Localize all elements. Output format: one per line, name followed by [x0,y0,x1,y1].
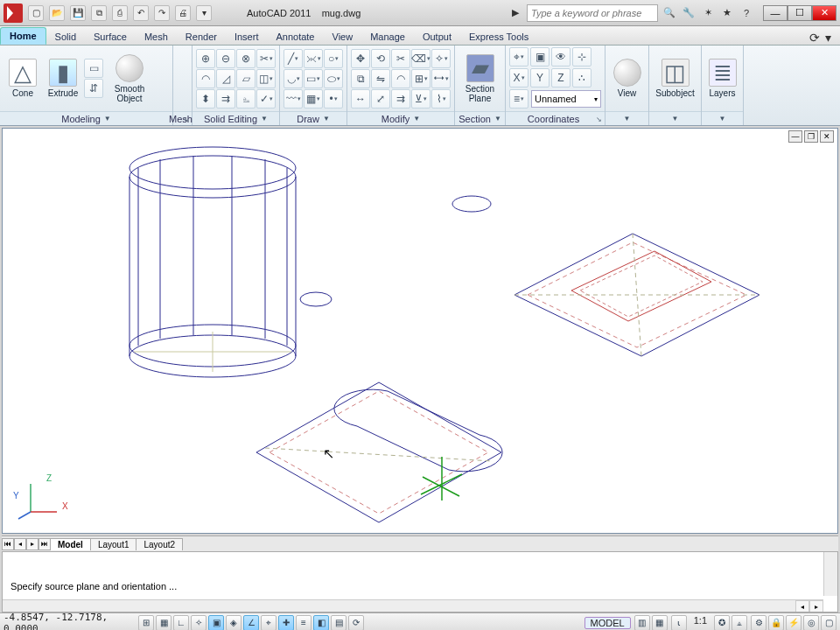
ducs-icon[interactable]: ⌖ [261,615,276,631]
panel-modeling-dd-icon[interactable]: ▼ [104,115,111,122]
grid-display-icon[interactable]: ▦ [156,615,172,631]
otrack-icon[interactable]: ∠ [243,615,259,631]
panel-se-dd-icon[interactable]: ▼ [261,115,268,122]
smooth-object-button[interactable]: Smooth Object [105,48,154,109]
panel-subobject-dd-icon[interactable]: ▼ [672,115,679,122]
spline-icon[interactable]: 〰 [284,89,303,108]
tab-manage[interactable]: Manage [361,29,414,45]
close-button[interactable]: ✕ [812,5,836,21]
plot-icon[interactable]: ⎙ [112,5,128,21]
drawing-canvas[interactable]: — ❐ ✕ [2,128,838,534]
ucs-z-icon[interactable]: Z [551,68,570,88]
extrude-button[interactable]: ▮ Extrude [44,48,82,109]
hscroll-left-icon[interactable]: ◂ [795,600,809,612]
section-plane-button[interactable]: ▰ Section Plane [458,48,501,109]
quickview-layouts-icon[interactable]: ▥ [634,615,650,631]
annotation-scale-value[interactable]: 1:1 [689,615,712,631]
explode-icon[interactable]: ✧ [431,49,451,68]
trim-icon[interactable]: ✂ [391,49,410,68]
autoscale-icon[interactable]: ⟁ [732,615,747,631]
hardware-accel-icon[interactable]: ⚡ [786,615,802,631]
3dosnap-icon[interactable]: ◈ [226,615,242,631]
coords-launcher-icon[interactable]: ↘ [596,116,602,123]
tab-home[interactable]: Home [0,27,46,45]
fillet-edge-icon[interactable]: ◠ [196,69,215,88]
tab-annotate[interactable]: Annotate [267,29,323,45]
ellipse-icon[interactable]: ⬭ [324,69,343,88]
command-hscroll[interactable]: ◂ ▸ [3,599,823,612]
quick-props-icon[interactable]: ▤ [331,615,346,631]
cone-button[interactable]: △ Cone [4,48,42,109]
subobject-button[interactable]: ◫ Subobject [653,48,697,109]
offset-faces-icon[interactable]: ⇉ [216,89,235,108]
layout-first-icon[interactable]: ⏮ [2,538,14,550]
panel-section-dd-icon[interactable]: ▼ [494,115,501,122]
point-icon[interactable]: • [324,89,343,108]
maximize-button[interactable]: ☐ [788,5,812,21]
ucs-y-icon[interactable]: Y [530,68,550,88]
polar-tracking-icon[interactable]: ✧ [191,615,206,631]
circle-icon[interactable]: ○ [324,49,343,68]
offset-icon[interactable]: ⇉ [391,89,410,108]
align-icon[interactable]: ⭤ [431,69,451,88]
ucs-named-icon[interactable]: ≡ [509,89,528,108]
layout-prev-icon[interactable]: ◂ [14,538,26,550]
union-icon[interactable]: ⊕ [196,49,215,68]
shell-icon[interactable]: ◫ [256,69,276,88]
polysolid-icon[interactable]: ▭ [84,59,103,78]
tab-render[interactable]: Render [177,29,226,45]
qat-dropdown-icon[interactable]: ▾ [196,5,212,21]
ortho-mode-icon[interactable]: ∟ [173,615,189,631]
binoculars-icon[interactable]: 🔍 [662,5,677,21]
selection-cycling-icon[interactable]: ⟳ [348,615,364,631]
mirror-icon[interactable]: ⇋ [371,69,390,88]
open-icon[interactable]: 📂 [49,5,65,21]
toolbar-lock-icon[interactable]: 🔒 [768,615,784,631]
workspace-switching-icon[interactable]: ⚙ [751,615,766,631]
arc-icon[interactable]: ◡ [284,69,303,88]
intersect-icon[interactable]: ⊗ [236,49,256,68]
panel-layers-dd-icon[interactable]: ▼ [719,115,726,122]
tab-output[interactable]: Output [414,29,460,45]
tab-express[interactable]: Express Tools [460,29,537,45]
check-icon[interactable]: ✓ [256,89,276,108]
panel-view-dd-icon[interactable]: ▼ [624,115,631,122]
space-toggle[interactable]: MODEL [584,617,631,629]
print-icon[interactable]: 🖨 [175,5,191,21]
ribbon-collapse-icon[interactable]: ▾ [825,31,831,45]
annotation-scale-icon[interactable]: ⍳ [671,615,687,631]
subscription-icon[interactable]: 🔧 [681,5,696,21]
move-icon[interactable]: ✥ [351,49,370,68]
exchange-icon[interactable]: ✶ [700,5,716,21]
layout-last-icon[interactable]: ⏭ [38,538,51,550]
tab-view[interactable]: View [324,29,362,45]
snap-mode-icon[interactable]: ⊞ [138,615,154,631]
extrude-faces-icon[interactable]: ⬍ [196,89,215,108]
array-icon[interactable]: ⊞ [411,69,430,88]
line-icon[interactable]: ╱ [284,49,303,68]
tab-insert[interactable]: Insert [226,29,268,45]
erase-icon[interactable]: ⌫ [411,49,430,68]
saveas-icon[interactable]: ⧉ [91,5,107,21]
stretch-icon[interactable]: ↔ [351,89,370,108]
ucs-origin-icon[interactable]: ⊹ [572,47,592,66]
clean-screen-icon[interactable]: ▢ [821,615,836,631]
help-icon[interactable]: ? [738,5,754,21]
cursor-coordinates[interactable]: -4.8547, -12.7178, 0.0000 [4,612,135,631]
join-icon[interactable]: ⊻ [411,89,430,108]
layers-button[interactable]: ≣ Layers [705,48,739,109]
rotate-icon[interactable]: ⟲ [371,49,390,68]
scale-icon[interactable]: ⤢ [371,89,390,108]
tab-layout2[interactable]: Layout2 [136,538,183,550]
command-window[interactable]: Specify source plane and orientation ...… [2,551,838,612]
taper-faces-icon[interactable]: ▱ [236,69,256,88]
search-go-icon[interactable]: ▶ [508,5,523,21]
osnap-icon[interactable]: ▣ [208,615,224,631]
fillet-icon[interactable]: ◠ [391,69,410,88]
tab-model-space[interactable]: Model [50,538,91,550]
ucs-3point-icon[interactable]: ∴ [572,68,592,88]
dyn-input-icon[interactable]: ✚ [278,615,294,631]
chamfer-edge-icon[interactable]: ◿ [216,69,235,88]
view-button[interactable]: View [609,48,645,109]
break-icon[interactable]: ⌇ [431,89,451,108]
